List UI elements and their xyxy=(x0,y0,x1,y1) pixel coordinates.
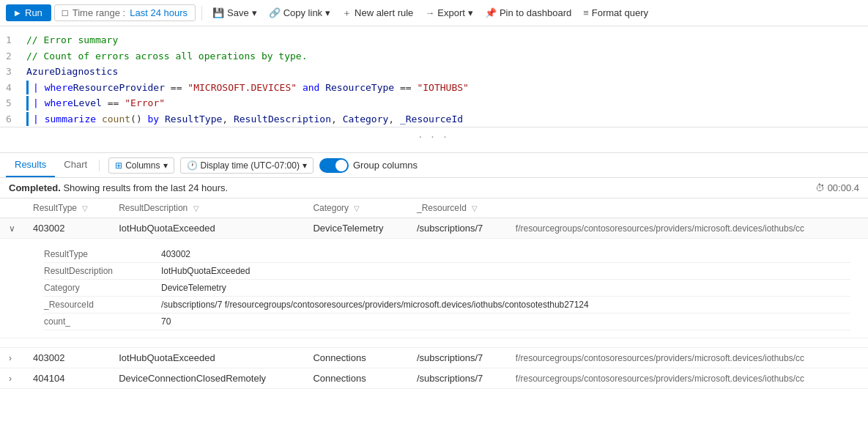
query-code-6: | summarize count() by ResultType, Resul… xyxy=(33,112,463,127)
detail-key-resourceid: _ResourceId xyxy=(44,300,161,310)
query-bar-6 xyxy=(26,112,29,127)
time-range-prefix: Time range : xyxy=(73,7,126,18)
status-message: Completed. Showing results from the last… xyxy=(9,182,228,193)
format-icon: ≡ xyxy=(583,7,589,18)
query-line-5: 5 | where Level == "Error" xyxy=(0,95,868,111)
th-resultdescription: ResultDescription ▽ xyxy=(110,198,304,218)
row1-expand-cell: ∨ xyxy=(0,218,24,239)
query-entity: AzureDiagnostics xyxy=(26,64,118,79)
detail-val-resourceid: /subscriptions/7 f/resourcegroups/contos… xyxy=(161,300,589,310)
save-chevron-icon: ▾ xyxy=(252,7,257,18)
tab-chart-label: Chart xyxy=(64,159,87,170)
detail-key-resulttype: ResultType xyxy=(44,249,161,259)
detail-resultdescription: ResultDescription IotHubQuotaExceeded xyxy=(44,263,850,280)
row3-resourceid: /subscriptions/7 xyxy=(408,368,507,389)
row3-category: Connections xyxy=(304,368,408,389)
export-label: Export xyxy=(437,7,465,18)
display-time-label: Display time (UTC-07:00) xyxy=(201,160,300,171)
calendar-icon: □ xyxy=(62,7,68,18)
save-button[interactable]: 💾 Save ▾ xyxy=(208,4,261,21)
table-row: › 403002 IotHubQuotaExceeded Connections… xyxy=(0,348,868,368)
drag-handle[interactable]: · · · xyxy=(0,127,868,146)
detail-val-resulttype: 403002 xyxy=(161,249,190,259)
row2-resulttype: 403002 xyxy=(24,348,110,368)
copy-link-button[interactable]: 🔗 Copy link ▾ xyxy=(264,4,335,21)
plus-icon: ＋ xyxy=(342,7,352,20)
th-expand xyxy=(0,198,24,218)
filter-icon-resourceid[interactable]: ▽ xyxy=(472,204,478,212)
row2-category: Connections xyxy=(304,348,408,368)
tab-results[interactable]: Results xyxy=(6,153,55,177)
filter-icon-resultdescription[interactable]: ▽ xyxy=(193,204,199,212)
line-num-5: 5 xyxy=(6,96,21,111)
clock-icon: 🕐 xyxy=(187,160,198,171)
detail-val-category: DeviceTelemetry xyxy=(161,283,226,293)
status-bar: Completed. Showing results from the last… xyxy=(0,178,868,198)
save-icon: 💾 xyxy=(212,7,224,18)
query-line-6: 6 | summarize count() by ResultType, Res… xyxy=(0,111,868,127)
row1-collapse-button[interactable]: ∨ xyxy=(9,223,15,234)
table-row: › 404104 DeviceConnectionClosedRemotely … xyxy=(0,368,868,389)
detail-val-count: 70 xyxy=(161,316,171,327)
row2-expand-button[interactable]: › xyxy=(9,353,12,363)
timer-icon: ⏱ xyxy=(815,182,825,193)
query-bar-5 xyxy=(26,96,29,111)
row3-resultdescription: DeviceConnectionClosedRemotely xyxy=(110,368,304,389)
query-code-5: Level == "Error" xyxy=(73,96,165,111)
detail-val-resultdescription: IotHubQuotaExceeded xyxy=(161,266,250,276)
columns-icon: ⊞ xyxy=(115,160,122,171)
th-resulttype: ResultType ▽ xyxy=(24,198,110,218)
detail-count: count_ 70 xyxy=(44,313,850,330)
detail-key-count: count_ xyxy=(44,316,161,327)
table-header: ResultType ▽ ResultDescription ▽ Categor… xyxy=(0,198,868,218)
filter-icon-category[interactable]: ▽ xyxy=(354,204,360,212)
results-tabs: Results Chart ⊞ Columns ▾ 🕐 Display time… xyxy=(0,153,868,178)
copy-link-chevron-icon: ▾ xyxy=(325,7,330,18)
query-line-1: 1 // Error summary xyxy=(0,32,868,48)
table-body: ∨ 403002 IotHubQuotaExceeded DeviceTelem… xyxy=(0,218,868,389)
row2-expand-cell: › xyxy=(0,348,24,368)
table-row: ∨ 403002 IotHubQuotaExceeded DeviceTelem… xyxy=(0,218,868,239)
line-num-1: 1 xyxy=(6,33,21,48)
toolbar-divider-1 xyxy=(201,6,202,21)
query-kw-where-4: | where xyxy=(33,81,73,95)
run-label: Run xyxy=(25,7,42,18)
elapsed-value: 00:00.4 xyxy=(828,182,859,193)
tab-chart[interactable]: Chart xyxy=(55,153,96,177)
export-chevron-icon: ▾ xyxy=(468,7,473,18)
table-row-spacer xyxy=(0,338,868,348)
row1-resourceid: /subscriptions/7 xyxy=(408,218,507,239)
row2-extra: f/resourcegroups/contosoresources/provid… xyxy=(507,348,868,368)
expanded-details-row1: ResultType 403002 ResultDescription IotH… xyxy=(9,243,859,333)
export-button[interactable]: → Export ▾ xyxy=(420,4,478,21)
status-showing-label: Showing results from the last 24 hours. xyxy=(63,182,228,193)
line-num-4: 4 xyxy=(6,81,21,95)
results-toolbar: ⊞ Columns ▾ 🕐 Display time (UTC-07:00) ▾… xyxy=(108,157,862,174)
columns-chevron-icon: ▾ xyxy=(163,160,168,171)
format-query-button[interactable]: ≡ Format query xyxy=(579,4,653,21)
query-code-4: ResourceProvider == "MICROSOFT.DEVICES" … xyxy=(73,81,469,95)
run-button[interactable]: ▶ Run xyxy=(6,4,51,21)
row3-expand-button[interactable]: › xyxy=(9,374,12,384)
save-label: Save xyxy=(227,7,249,18)
pin-label: Pin to dashboard xyxy=(500,7,571,18)
group-columns-toggle[interactable] xyxy=(319,158,349,173)
filter-icon-resulttype[interactable]: ▽ xyxy=(82,204,88,212)
play-icon: ▶ xyxy=(15,9,21,17)
line-num-6: 6 xyxy=(6,112,21,127)
new-alert-button[interactable]: ＋ New alert rule xyxy=(338,4,418,23)
row3-resulttype: 404104 xyxy=(24,368,110,389)
time-range-button[interactable]: □ Time range : Last 24 hours xyxy=(54,4,196,21)
format-label: Format query xyxy=(592,7,648,18)
new-alert-label: New alert rule xyxy=(355,7,413,18)
tab-results-label: Results xyxy=(15,159,46,170)
detail-resourceid: _ResourceId /subscriptions/7 f/resourceg… xyxy=(44,297,850,313)
row1-extra: f/resourcegroups/contosoresources/provid… xyxy=(507,218,868,239)
table-container: ResultType ▽ ResultDescription ▽ Categor… xyxy=(0,198,868,389)
columns-button[interactable]: ⊞ Columns ▾ xyxy=(108,157,174,174)
detail-category: Category DeviceTelemetry xyxy=(44,280,850,297)
display-time-button[interactable]: 🕐 Display time (UTC-07:00) ▾ xyxy=(180,157,314,174)
pin-dashboard-button[interactable]: 📌 Pin to dashboard xyxy=(481,4,576,21)
table-row-expanded-detail: ResultType 403002 ResultDescription IotH… xyxy=(0,239,868,338)
query-line-2: 2 // Count of errors across all operatio… xyxy=(0,48,868,64)
